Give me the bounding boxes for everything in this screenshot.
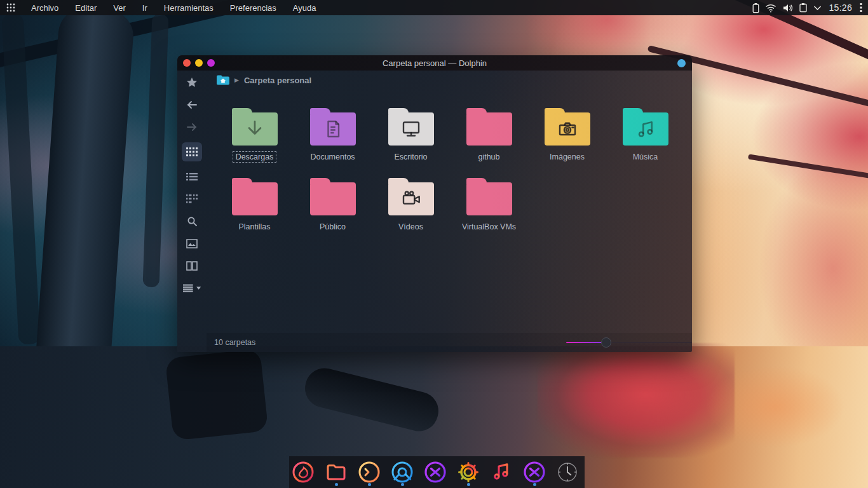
folder-icon (623, 112, 668, 146)
maximize-button[interactable] (207, 59, 215, 67)
folder-item-publico[interactable]: Público (294, 176, 372, 246)
menu-ver[interactable]: Ver (105, 1, 134, 15)
folder-item-musica[interactable]: Música (606, 106, 684, 176)
forward-icon[interactable] (183, 120, 201, 134)
menu-archivo[interactable]: Archivo (23, 1, 67, 15)
wifi-icon[interactable] (765, 3, 776, 13)
folder-label: Música (630, 151, 661, 163)
clock-icon[interactable] (555, 458, 580, 487)
folder-item-imagenes[interactable]: Imágenes (528, 106, 606, 176)
chevron-down-icon[interactable] (813, 5, 822, 11)
running-indicator (467, 483, 470, 486)
vscode-icon[interactable] (423, 458, 448, 487)
compact-view-icon[interactable] (183, 192, 201, 206)
wallpaper-glow (705, 365, 845, 448)
search-icon[interactable] (183, 214, 201, 228)
titlebar-menu-button[interactable] (677, 59, 686, 67)
folder-item-plantillas[interactable]: Plantillas (215, 176, 294, 246)
folder-label: Descargas (233, 151, 277, 163)
menu-preferencias[interactable]: Preferencias (222, 1, 285, 15)
file-manager-icon[interactable] (323, 458, 349, 487)
chevron-down-icon (196, 286, 201, 290)
zoom-slider[interactable] (566, 337, 692, 348)
folder-label: Vídeos (395, 221, 426, 233)
clipboard-icon[interactable] (799, 3, 808, 13)
firefox-icon[interactable] (290, 458, 316, 487)
top-menubar: Archivo Editar Ver Ir Herramientas Prefe… (0, 0, 868, 15)
folder-icon (232, 112, 278, 146)
folder-icon (545, 112, 590, 146)
menu-ir[interactable]: Ir (134, 1, 156, 15)
volume-icon[interactable] (782, 3, 793, 13)
breadcrumb-chevron-icon: ▶ (234, 77, 239, 83)
folder-label: Plantillas (235, 221, 273, 233)
home-folder-icon[interactable] (217, 75, 229, 85)
folder-item-virtualbox-vms[interactable]: VirtualBox VMs (450, 176, 528, 246)
statusbar: 10 carpetas (207, 333, 692, 352)
running-indicator (401, 483, 404, 486)
kebab-menu-icon[interactable] (859, 3, 863, 13)
folder-item-documentos[interactable]: Documentos (294, 106, 372, 176)
folder-label: Público (316, 221, 349, 233)
desktop: Archivo Editar Ver Ir Herramientas Prefe… (0, 0, 868, 488)
folder-label: Escritorio (391, 151, 430, 163)
dolphin-window: Carpeta personal — Dolphin (177, 55, 692, 352)
bookmarks-star-icon[interactable] (183, 76, 201, 90)
zoom-slider-handle[interactable] (601, 337, 611, 348)
folder-label: Documentos (307, 151, 358, 163)
file-grid: Descargas Documentos (207, 90, 692, 333)
folder-icon (310, 112, 356, 146)
music-player-icon[interactable] (489, 458, 514, 487)
icons-view-icon[interactable] (182, 142, 202, 161)
folder-icon (388, 112, 434, 146)
terminal-icon[interactable] (356, 458, 382, 487)
app-grid-icon[interactable] (5, 3, 23, 12)
split-view-icon[interactable] (183, 259, 201, 273)
titlebar[interactable]: Carpeta personal — Dolphin (177, 55, 692, 71)
window-body: ▶ Carpeta personal Descargas (177, 71, 692, 352)
battery-icon[interactable] (752, 3, 759, 13)
folder-icon (310, 182, 356, 215)
menu-ayuda[interactable]: Ayuda (285, 1, 325, 15)
minimize-button[interactable] (195, 59, 203, 67)
settings-gear-icon[interactable] (456, 458, 481, 487)
folder-item-descargas[interactable]: Descargas (215, 106, 294, 176)
folder-icon (466, 112, 512, 146)
folder-icon (466, 182, 512, 215)
folder-item-github[interactable]: github (450, 106, 528, 176)
preview-image-icon[interactable] (183, 236, 201, 250)
details-view-icon[interactable] (183, 170, 201, 184)
menu-editar[interactable]: Editar (67, 1, 105, 15)
dock (289, 456, 585, 488)
sidebar (177, 71, 207, 338)
back-icon[interactable] (183, 98, 201, 112)
chromium-icon[interactable] (390, 458, 415, 487)
folder-item-escritorio[interactable]: Escritorio (372, 106, 450, 176)
running-indicator (335, 483, 338, 486)
hamburger-menu-icon[interactable] (183, 281, 201, 295)
menu-herramientas[interactable]: Herramientas (156, 1, 222, 15)
folder-icon (232, 182, 278, 215)
close-button[interactable] (183, 59, 191, 67)
breadcrumb-location[interactable]: Carpeta personal (244, 76, 311, 85)
folder-label: Imágenes (546, 151, 588, 163)
running-indicator (368, 483, 371, 486)
wallpaper-mound (165, 349, 269, 441)
folder-label: VirtualBox VMs (459, 221, 519, 233)
folder-label: github (475, 151, 503, 163)
vscode-insiders-icon[interactable] (522, 458, 547, 487)
tray-clock[interactable]: 15:26 (829, 3, 852, 13)
folder-icon (388, 182, 434, 215)
running-indicator (533, 483, 536, 486)
breadcrumb: ▶ Carpeta personal (207, 71, 692, 90)
zoom-slider-fill (566, 342, 606, 343)
status-summary: 10 carpetas (207, 338, 566, 347)
folder-item-videos[interactable]: Vídeos (372, 176, 450, 246)
window-title: Carpeta personal — Dolphin (177, 58, 692, 68)
